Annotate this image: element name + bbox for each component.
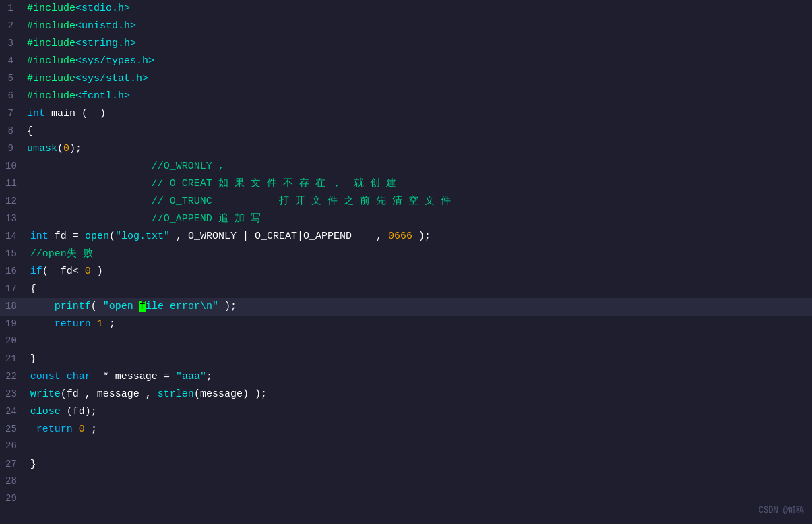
line-content-16: if( fd< 0 ) [28, 264, 812, 279]
line-num-16: 16 [0, 264, 28, 279]
line-num-21: 21 [0, 352, 28, 367]
line-num-18: 18 [0, 299, 28, 314]
line-content-3: #include<string.h> [24, 36, 812, 51]
line-content-7: int main ( ) [24, 106, 812, 121]
line-num-29: 29 [0, 492, 28, 506]
line-num-10: 10 [0, 159, 28, 174]
line-num-4: 4 [0, 54, 24, 69]
code-line-26: 26 [0, 438, 812, 456]
line-num-19: 19 [0, 317, 28, 332]
code-line-16: 16 if( fd< 0 ) [0, 263, 812, 281]
code-line-10: 10 //O_WRONLY , [0, 158, 812, 175]
line-content-17: { [28, 281, 812, 297]
line-content-2: #include<unistd.h> [24, 18, 812, 34]
line-content-19: return 1 ; [28, 316, 812, 332]
line-content-23: write(fd , message , strlen(message) ); [28, 386, 812, 402]
line-content-25: return 0 ; [28, 421, 812, 437]
code-line-3: 3 #include<string.h> [0, 35, 812, 53]
line-content-10: //O_WRONLY , [28, 158, 812, 174]
code-line-23: 23 write(fd , message , strlen(message) … [0, 386, 812, 403]
code-editor: 1 #include<stdio.h> 2 #include<unistd.h>… [0, 0, 812, 524]
code-line-12: 12 // O_TRUNC 打 开 文 件 之 前 先 清 空 文 件 [0, 193, 812, 210]
code-line-14: 14 int fd = open("log.txt" , O_WRONLY | … [0, 228, 812, 245]
line-content-24: close (fd); [28, 404, 812, 419]
line-content-6: #include<fcntl.h> [24, 88, 812, 104]
line-num-22: 22 [0, 370, 28, 384]
watermark: CSDN @郁鸥 [759, 504, 804, 517]
code-line-22: 22 const char * message = "aaa"; [0, 368, 812, 386]
line-content-12: // O_TRUNC 打 开 文 件 之 前 先 清 空 文 件 [28, 194, 812, 209]
line-num-12: 12 [0, 194, 28, 209]
line-num-26: 26 [0, 439, 28, 454]
code-line-24: 24 close (fd); [0, 403, 812, 421]
line-content-27: } [28, 457, 812, 472]
code-line-13: 13 //O_APPEND 追 加 写 [0, 210, 812, 228]
line-num-25: 25 [0, 422, 28, 437]
code-line-4: 4 #include<sys/types.h> [0, 53, 812, 70]
line-num-17: 17 [0, 282, 28, 297]
line-content-18: printf( "open file error\n" ); [28, 299, 812, 314]
line-num-23: 23 [0, 387, 28, 402]
line-content-8: { [24, 123, 812, 139]
line-num-11: 11 [0, 177, 28, 192]
code-line-2: 2 #include<unistd.h> [0, 18, 812, 35]
line-content-9: umask(0); [24, 141, 812, 156]
line-content-22: const char * message = "aaa"; [28, 369, 812, 384]
line-content-21: } [28, 351, 812, 367]
line-num-3: 3 [0, 36, 24, 51]
code-line-5: 5 #include<sys/stat.h> [0, 70, 812, 88]
line-num-14: 14 [0, 229, 28, 244]
code-line-15: 15 //open失 败 [0, 245, 812, 263]
code-line-29: 29 [0, 491, 812, 508]
code-area: 1 #include<stdio.h> 2 #include<unistd.h>… [0, 0, 812, 524]
code-line-21: 21 } [0, 351, 812, 368]
line-content-15: //open失 败 [28, 246, 812, 262]
line-content-13: //O_APPEND 追 加 写 [28, 211, 812, 227]
line-num-20: 20 [0, 334, 28, 349]
line-num-5: 5 [0, 71, 24, 86]
code-line-6: 6 #include<fcntl.h> [0, 88, 812, 105]
code-line-28: 28 [0, 473, 812, 491]
line-num-15: 15 [0, 247, 28, 262]
code-line-19: 19 return 1 ; [0, 316, 812, 333]
code-line-9: 9 umask(0); [0, 140, 812, 158]
line-num-27: 27 [0, 457, 28, 472]
line-content-5: #include<sys/stat.h> [24, 71, 812, 86]
code-line-25: 25 return 0 ; [0, 421, 812, 438]
line-num-13: 13 [0, 212, 28, 227]
code-line-8: 8 { [0, 123, 812, 140]
line-content-1: #include<stdio.h> [24, 1, 812, 16]
code-line-11: 11 // O_CREAT 如 果 文 件 不 存 在 ， 就 创 建 [0, 175, 812, 193]
line-num-8: 8 [0, 124, 24, 139]
code-line-17: 17 { [0, 281, 812, 298]
line-num-24: 24 [0, 405, 28, 419]
line-num-28: 28 [0, 474, 28, 489]
line-num-1: 1 [0, 1, 24, 16]
code-line-18: 18 printf( "open file error\n" ); [0, 298, 812, 316]
code-line-27: 27 } [0, 456, 812, 473]
line-num-7: 7 [0, 107, 24, 121]
line-num-2: 2 [0, 19, 24, 34]
line-num-6: 6 [0, 89, 24, 104]
code-line-1: 1 #include<stdio.h> [0, 0, 812, 18]
line-content-4: #include<sys/types.h> [24, 53, 812, 69]
line-content-14: int fd = open("log.txt" , O_WRONLY | O_C… [28, 229, 812, 244]
line-content-11: // O_CREAT 如 果 文 件 不 存 在 ， 就 创 建 [28, 176, 812, 192]
code-line-7: 7 int main ( ) [0, 105, 812, 123]
line-num-9: 9 [0, 142, 24, 156]
code-line-20: 20 [0, 333, 812, 351]
